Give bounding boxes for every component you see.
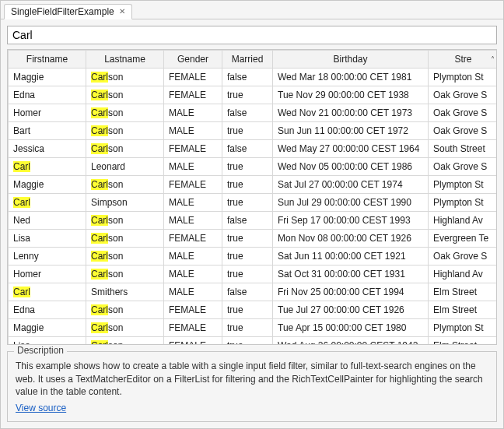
cell-street: Plympton St	[429, 68, 498, 86]
cell-firstname: Edna	[9, 301, 86, 318]
cell-firstname: Maggie	[9, 68, 86, 86]
cell-firstname: Carl	[9, 193, 86, 211]
table-row[interactable]: LisaCarlsonFEMALEtrueWed Aug 26 00:00:00…	[9, 336, 498, 345]
cell-gender: MALE	[164, 121, 222, 139]
cell-firstname: Maggie	[9, 175, 86, 193]
table-row[interactable]: LisaCarlsonFEMALEtrueMon Nov 08 00:00:00…	[9, 229, 498, 247]
cell-married: true	[222, 318, 273, 336]
table-row[interactable]: MaggieCarlsonFEMALEfalseWed Mar 18 00:00…	[9, 68, 498, 86]
filter-input[interactable]	[7, 26, 497, 44]
col-header-birthday[interactable]: Birthday	[273, 50, 429, 68]
cell-lastname: Carlson	[86, 211, 164, 229]
cell-lastname: Carlson	[86, 318, 164, 336]
app-window: SingleFieldFilterExample ✕ Firstname Las…	[0, 0, 504, 429]
cell-birthday: Sat Oct 31 00:00:00 CET 1931	[273, 265, 429, 283]
cell-married: false	[222, 104, 273, 121]
cell-lastname: Carlson	[86, 104, 164, 121]
cell-gender: FEMALE	[164, 175, 222, 193]
cell-firstname: Homer	[9, 265, 86, 283]
cell-birthday: Sat Jul 27 00:00:00 CET 1974	[273, 175, 429, 193]
cell-street: Plympton St	[429, 318, 498, 336]
cell-lastname: Carlson	[86, 139, 164, 157]
table-row[interactable]: JessicaCarlsonFEMALEfalseWed May 27 00:0…	[9, 139, 498, 157]
cell-birthday: Fri Nov 25 00:00:00 CET 1994	[273, 283, 429, 301]
cell-birthday: Wed May 27 00:00:00 CEST 1964	[273, 139, 429, 157]
scroll-up-icon[interactable]: ˄	[491, 55, 495, 63]
view-source-link[interactable]: View source	[16, 403, 66, 413]
cell-lastname: Carlson	[86, 301, 164, 318]
tab-singlefieldfilter[interactable]: SingleFieldFilterExample ✕	[4, 4, 132, 19]
table-row[interactable]: EdnaCarlsonFEMALEtrueTue Nov 29 00:00:00…	[9, 86, 498, 104]
cell-lastname: Simpson	[86, 193, 164, 211]
cell-birthday: Sat Jun 11 00:00:00 CET 1921	[273, 247, 429, 265]
cell-firstname: Jessica	[9, 139, 86, 157]
col-header-married[interactable]: Married	[222, 50, 273, 68]
table-row[interactable]: EdnaCarlsonFEMALEtrueTue Jul 27 00:00:00…	[9, 301, 498, 318]
table-row[interactable]: MaggieCarlsonFEMALEtrueTue Apr 15 00:00:…	[9, 318, 498, 336]
cell-firstname: Carl	[9, 283, 86, 301]
description-title: Description	[14, 345, 67, 356]
cell-street: Oak Grove S	[429, 86, 498, 104]
table-row[interactable]: NedCarlsonMALEfalseFri Sep 17 00:00:00 C…	[9, 211, 498, 229]
cell-married: true	[222, 86, 273, 104]
description-panel: Description This example shows how to cr…	[7, 351, 497, 422]
table-row[interactable]: CarlSmithersMALEfalseFri Nov 25 00:00:00…	[9, 283, 498, 301]
cell-street: Elm Street	[429, 283, 498, 301]
col-header-gender[interactable]: Gender	[164, 50, 222, 68]
cell-married: false	[222, 283, 273, 301]
table-row[interactable]: LennyCarlsonMALEtrueSat Jun 11 00:00:00 …	[9, 247, 498, 265]
cell-gender: FEMALE	[164, 139, 222, 157]
table-row[interactable]: HomerCarlsonMALEfalseWed Nov 21 00:00:00…	[9, 104, 498, 121]
cell-lastname: Carlson	[86, 86, 164, 104]
cell-firstname: Maggie	[9, 318, 86, 336]
cell-gender: FEMALE	[164, 229, 222, 247]
tab-label: SingleFieldFilterExample	[11, 6, 114, 17]
description-text: This example shows how to create a table…	[16, 360, 488, 398]
cell-lastname: Smithers	[86, 283, 164, 301]
cell-birthday: Wed Nov 05 00:00:00 CET 1986	[273, 157, 429, 175]
data-table: Firstname Lastname Gender Married Birthd…	[8, 50, 497, 346]
close-icon[interactable]: ✕	[119, 8, 125, 16]
cell-street: Oak Grove S	[429, 157, 498, 175]
cell-street: South Street	[429, 139, 498, 157]
cell-street: Oak Grove S	[429, 121, 498, 139]
table-row[interactable]: MaggieCarlsonFEMALEtrueSat Jul 27 00:00:…	[9, 175, 498, 193]
cell-gender: MALE	[164, 283, 222, 301]
cell-gender: MALE	[164, 157, 222, 175]
table-row[interactable]: CarlLeonardMALEtrueWed Nov 05 00:00:00 C…	[9, 157, 498, 175]
cell-street: Plympton St	[429, 175, 498, 193]
cell-firstname: Lisa	[9, 229, 86, 247]
col-header-firstname[interactable]: Firstname	[9, 50, 86, 68]
cell-lastname: Carlson	[86, 175, 164, 193]
table-header-row: Firstname Lastname Gender Married Birthd…	[9, 50, 498, 68]
cell-birthday: Fri Sep 17 00:00:00 CEST 1993	[273, 211, 429, 229]
cell-gender: MALE	[164, 193, 222, 211]
cell-birthday: Tue Apr 15 00:00:00 CET 1980	[273, 318, 429, 336]
table-container: Firstname Lastname Gender Married Birthd…	[7, 49, 497, 346]
cell-birthday: Sun Jul 29 00:00:00 CEST 1990	[273, 193, 429, 211]
cell-gender: MALE	[164, 265, 222, 283]
cell-married: true	[222, 336, 273, 345]
cell-firstname: Ned	[9, 211, 86, 229]
table-row[interactable]: BartCarlsonMALEtrueSun Jun 11 00:00:00 C…	[9, 121, 498, 139]
cell-birthday: Wed Aug 26 00:00:00 CEST 1942	[273, 336, 429, 345]
cell-birthday: Wed Mar 18 00:00:00 CET 1981	[273, 68, 429, 86]
table-row[interactable]: CarlSimpsonMALEtrueSun Jul 29 00:00:00 C…	[9, 193, 498, 211]
col-header-street[interactable]: Stre ˄	[429, 50, 498, 68]
cell-lastname: Carlson	[86, 247, 164, 265]
cell-gender: FEMALE	[164, 301, 222, 318]
cell-married: true	[222, 265, 273, 283]
cell-street: Plympton St	[429, 193, 498, 211]
cell-married: true	[222, 247, 273, 265]
cell-gender: FEMALE	[164, 68, 222, 86]
cell-lastname: Carlson	[86, 265, 164, 283]
cell-firstname: Carl	[9, 157, 86, 175]
cell-gender: MALE	[164, 211, 222, 229]
cell-married: false	[222, 211, 273, 229]
cell-street: Oak Grove S	[429, 247, 498, 265]
cell-street: Elm Street	[429, 336, 498, 345]
table-row[interactable]: HomerCarlsonMALEtrueSat Oct 31 00:00:00 …	[9, 265, 498, 283]
col-header-lastname[interactable]: Lastname	[86, 50, 164, 68]
cell-lastname: Carlson	[86, 121, 164, 139]
content-area: Firstname Lastname Gender Married Birthd…	[1, 19, 503, 428]
